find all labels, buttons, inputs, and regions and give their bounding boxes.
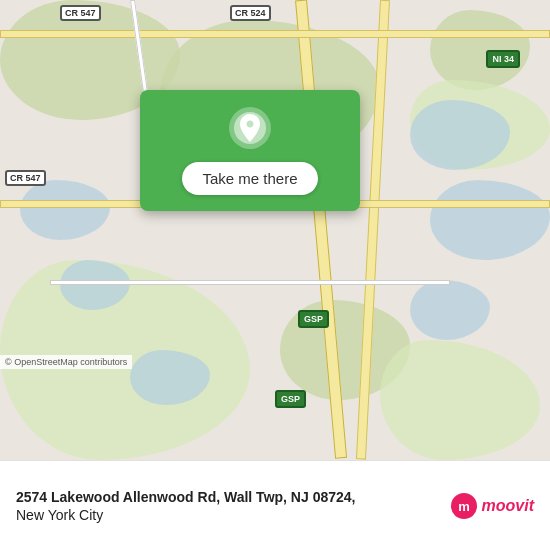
address-line1: 2574 Lakewood Allenwood Rd, Wall Twp, NJ… <box>16 488 438 508</box>
cr524-badge: CR 524 <box>230 5 271 21</box>
moovit-logo: m moovit <box>450 492 534 520</box>
gsp2-badge: GSP <box>298 310 329 328</box>
gsp3-badge: GSP <box>275 390 306 408</box>
location-pin-icon <box>228 106 272 150</box>
cr547-top-badge: CR 547 <box>60 5 101 21</box>
moovit-label: moovit <box>482 497 534 515</box>
address-block: 2574 Lakewood Allenwood Rd, Wall Twp, NJ… <box>16 488 438 524</box>
location-card: Take me there <box>140 90 360 211</box>
cr547-left-badge: CR 547 <box>5 170 46 186</box>
road-horizontal-2 <box>50 280 450 285</box>
moovit-icon: m <box>450 492 478 520</box>
info-bar: 2574 Lakewood Allenwood Rd, Wall Twp, NJ… <box>0 460 550 550</box>
take-me-there-button[interactable]: Take me there <box>182 162 317 195</box>
road-top <box>0 30 550 38</box>
map-container: CR 547 CR 524 CR 547 NI 34 GSP GSP GSP T… <box>0 0 550 460</box>
svg-text:m: m <box>458 499 470 514</box>
address-line2: New York City <box>16 507 438 523</box>
ni34-badge: NI 34 <box>486 50 520 68</box>
osm-credit: © OpenStreetMap contributors <box>0 355 132 369</box>
